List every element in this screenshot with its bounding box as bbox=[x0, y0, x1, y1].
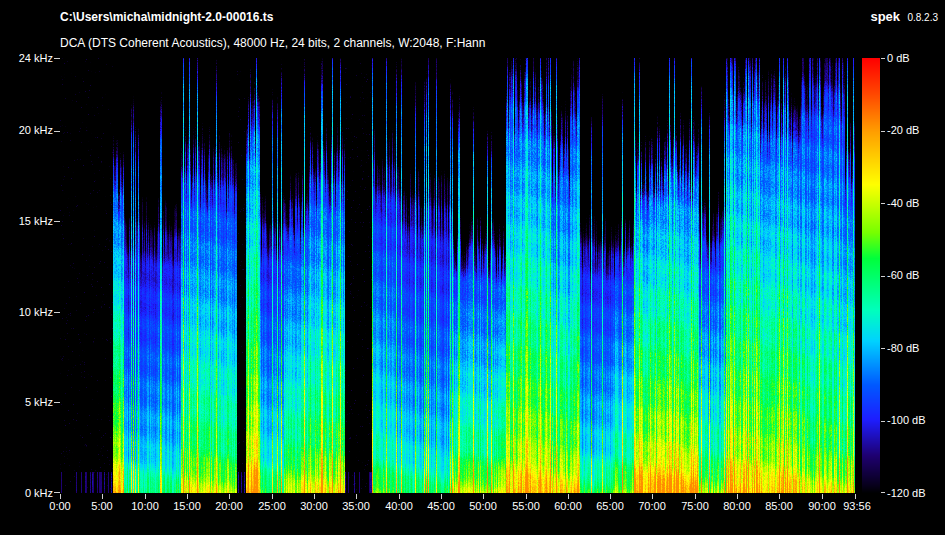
freq-tick-label-15: 15 kHz bbox=[0, 215, 53, 227]
time-tick-label-2: 10:00 bbox=[131, 500, 159, 512]
app-name: spek bbox=[870, 9, 900, 24]
tick-mark bbox=[54, 312, 60, 313]
time-tick-label-11: 55:00 bbox=[512, 500, 540, 512]
app-version: 0.8.2.3 bbox=[907, 12, 938, 23]
tick-mark bbox=[881, 58, 885, 59]
spek-app-window: C:\Users\micha\midnight-2.0-00016.ts spe… bbox=[0, 0, 945, 535]
tick-mark bbox=[54, 402, 60, 403]
freq-tick-label-24: 24 kHz bbox=[0, 52, 53, 64]
freq-tick-label-0: 0 kHz bbox=[0, 487, 53, 499]
freq-tick-label-10: 10 kHz bbox=[0, 306, 53, 318]
tick-mark bbox=[54, 492, 60, 493]
db-tick-label-60: -60 dB bbox=[887, 269, 919, 281]
tick-mark bbox=[855, 494, 856, 499]
time-tick-label-8: 40:00 bbox=[385, 500, 413, 512]
time-tick-label-16: 80:00 bbox=[723, 500, 751, 512]
tick-mark bbox=[881, 492, 885, 493]
time-tick-label-13: 65:00 bbox=[596, 500, 624, 512]
tick-mark bbox=[229, 494, 230, 499]
tick-mark bbox=[54, 221, 60, 222]
freq-tick-label-20: 20 kHz bbox=[0, 124, 53, 136]
tick-mark bbox=[187, 494, 188, 499]
db-tick-label-100: -100 dB bbox=[887, 414, 926, 426]
tick-mark bbox=[102, 494, 103, 499]
time-tick-label-17: 85:00 bbox=[765, 500, 793, 512]
tick-mark bbox=[610, 494, 611, 499]
time-tick-label-9: 45:00 bbox=[427, 500, 455, 512]
tick-mark bbox=[272, 494, 273, 499]
freq-tick-label-5: 5 kHz bbox=[0, 396, 53, 408]
db-tick-label-20: -20 dB bbox=[887, 124, 919, 136]
tick-mark bbox=[881, 203, 885, 204]
tick-mark bbox=[822, 494, 823, 499]
db-tick-label-120: -120 dB bbox=[887, 487, 926, 499]
time-tick-label-3: 15:00 bbox=[173, 500, 201, 512]
time-tick-label-14: 70:00 bbox=[638, 500, 666, 512]
time-tick-label-12: 60:00 bbox=[554, 500, 582, 512]
tick-mark bbox=[568, 494, 569, 499]
app-title: spek 0.8.2.3 bbox=[870, 9, 938, 24]
time-tick-label-1: 5:00 bbox=[91, 500, 112, 512]
tick-mark bbox=[652, 494, 653, 499]
time-tick-label-0: 0:00 bbox=[49, 500, 70, 512]
time-tick-label-18: 90:00 bbox=[808, 500, 836, 512]
time-tick-label-5: 25:00 bbox=[258, 500, 286, 512]
time-tick-label-4: 20:00 bbox=[215, 500, 243, 512]
tick-mark bbox=[54, 131, 60, 132]
time-tick-label-19: 93:56 bbox=[843, 500, 871, 512]
tick-mark bbox=[356, 494, 357, 499]
colorbar-gradient bbox=[862, 58, 880, 493]
time-tick-label-10: 50:00 bbox=[469, 500, 497, 512]
tick-mark bbox=[60, 494, 61, 499]
tick-mark bbox=[881, 131, 885, 132]
tick-mark bbox=[483, 494, 484, 499]
tick-mark bbox=[441, 494, 442, 499]
time-tick-label-15: 75:00 bbox=[681, 500, 709, 512]
stream-info: DCA (DTS Coherent Acoustics), 48000 Hz, … bbox=[60, 36, 485, 50]
tick-mark bbox=[737, 494, 738, 499]
db-tick-label-0: 0 dB bbox=[887, 52, 910, 64]
tick-mark bbox=[881, 276, 885, 277]
tick-mark bbox=[314, 494, 315, 499]
time-tick-label-7: 35:00 bbox=[342, 500, 370, 512]
db-tick-label-40: -40 dB bbox=[887, 197, 919, 209]
tick-mark bbox=[54, 58, 60, 59]
tick-mark bbox=[881, 348, 885, 349]
db-tick-label-80: -80 dB bbox=[887, 342, 919, 354]
file-path: C:\Users\micha\midnight-2.0-00016.ts bbox=[60, 10, 273, 24]
tick-mark bbox=[526, 494, 527, 499]
tick-mark bbox=[779, 494, 780, 499]
tick-mark bbox=[881, 421, 885, 422]
time-tick-label-6: 30:00 bbox=[300, 500, 328, 512]
tick-mark bbox=[695, 494, 696, 499]
tick-mark bbox=[399, 494, 400, 499]
spectrogram-canvas bbox=[60, 58, 855, 493]
tick-mark bbox=[145, 494, 146, 499]
